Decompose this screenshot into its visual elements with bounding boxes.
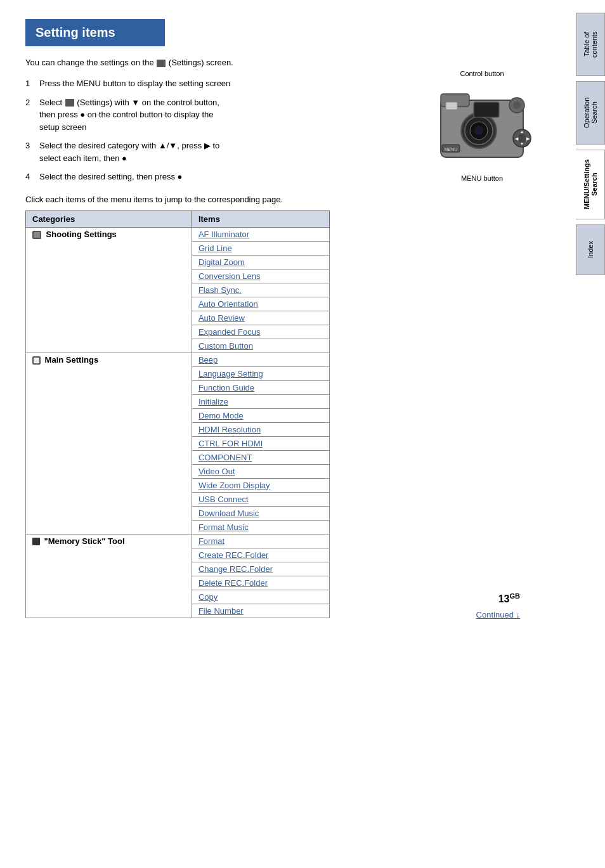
page-suffix: GB	[510, 592, 521, 600]
intro-text: You can change the settings on the (Sett…	[25, 58, 539, 67]
tab-operation-label: OperationSearch	[583, 98, 598, 128]
click-notice: Click each items of the menu items to ju…	[25, 195, 539, 204]
tab-menu-settings-label: MENU/SettingsSearch	[583, 160, 598, 210]
item-format[interactable]: Format	[192, 534, 329, 548]
item-file-number[interactable]: File Number	[192, 604, 329, 618]
category-memory-stick: "Memory Stick" Tool	[26, 534, 192, 618]
step-4-num: 4	[25, 171, 39, 183]
item-component[interactable]: COMPONENT	[192, 450, 329, 464]
table-row: Main Settings Beep	[26, 353, 330, 366]
tab-toc-label: Table ofcontents	[583, 31, 598, 58]
page-title: Setting items	[36, 25, 155, 40]
item-auto-review[interactable]: Auto Review	[192, 311, 329, 325]
item-hdmi-resolution[interactable]: HDMI Resolution	[192, 422, 329, 436]
item-af-illuminator[interactable]: AF Illuminator	[192, 227, 329, 241]
table-row: "Memory Stick" Tool Format	[26, 534, 330, 548]
item-format-music[interactable]: Format Music	[192, 520, 329, 534]
item-initialize[interactable]: Initialize	[192, 394, 329, 408]
item-beep[interactable]: Beep	[192, 353, 329, 366]
svg-rect-6	[446, 102, 457, 110]
step-3-num: 3	[25, 139, 39, 164]
item-video-out[interactable]: Video Out	[192, 464, 329, 478]
menu-button-label: MENU button	[419, 174, 545, 182]
settings-icon-step2	[65, 99, 74, 107]
tab-index-label: Index	[587, 242, 594, 259]
svg-text:MENU: MENU	[445, 147, 458, 152]
col-header-items: Items	[192, 211, 329, 227]
step-1-num: 1	[25, 77, 39, 90]
svg-rect-17	[474, 102, 499, 117]
table-row: Shooting Settings AF Illuminator	[26, 227, 330, 241]
item-language-setting[interactable]: Language Setting	[192, 366, 329, 380]
item-wide-zoom-display[interactable]: Wide Zoom Display	[192, 478, 329, 492]
item-digital-zoom[interactable]: Digital Zoom	[192, 255, 329, 269]
item-create-rec-folder[interactable]: Create REC.Folder	[192, 548, 329, 562]
main-settings-icon	[32, 356, 41, 365]
page-number: 13	[498, 594, 510, 605]
item-flash-sync[interactable]: Flash Sync.	[192, 283, 329, 297]
title-bar: Setting items	[25, 19, 165, 46]
page-number-area: 13GB	[498, 592, 520, 605]
item-change-rec-folder[interactable]: Change REC.Folder	[192, 562, 329, 576]
category-main: Main Settings	[26, 353, 192, 534]
camera-illustration: ▲ ▼ ◀ ▶ MENU	[428, 81, 536, 170]
sidebar-tab-operation-search[interactable]: OperationSearch	[576, 81, 605, 145]
item-conversion-lens[interactable]: Conversion Lens	[192, 269, 329, 283]
item-copy[interactable]: Copy	[192, 590, 329, 604]
svg-point-5	[474, 126, 483, 135]
item-download-music[interactable]: Download Music	[192, 506, 329, 520]
sidebar-tab-table-of-contents[interactable]: Table ofcontents	[576, 13, 605, 76]
item-function-guide[interactable]: Function Guide	[192, 380, 329, 394]
item-usb-connect[interactable]: USB Connect	[192, 492, 329, 506]
item-delete-rec-folder[interactable]: Delete REC.Folder	[192, 576, 329, 590]
camera-area: Control button ▲ ▼ ◀ ▶	[419, 70, 545, 182]
memory-stick-icon	[32, 538, 40, 545]
continued-link[interactable]: Continued ↓	[476, 610, 520, 619]
sidebar-tab-index[interactable]: Index	[576, 224, 605, 275]
sidebar: Table ofcontents OperationSearch MENU/Se…	[569, 0, 605, 868]
item-grid-line[interactable]: Grid Line	[192, 241, 329, 255]
settings-table: Categories Items Shooting Settings AF Il…	[25, 211, 330, 618]
sidebar-tab-menu-settings-search[interactable]: MENU/SettingsSearch	[576, 150, 605, 219]
svg-text:▼: ▼	[520, 141, 524, 146]
item-ctrl-for-hdmi[interactable]: CTRL FOR HDMI	[192, 436, 329, 450]
item-expanded-focus[interactable]: Expanded Focus	[192, 325, 329, 339]
step-2-num: 2	[25, 96, 39, 134]
item-custom-button[interactable]: Custom Button	[192, 339, 329, 353]
shooting-icon	[32, 231, 41, 239]
svg-text:▲: ▲	[520, 129, 524, 134]
item-auto-orientation[interactable]: Auto Orientation	[192, 297, 329, 311]
category-shooting: Shooting Settings	[26, 227, 192, 353]
item-demo-mode[interactable]: Demo Mode	[192, 408, 329, 422]
col-header-categories: Categories	[26, 211, 192, 227]
page-container: Setting items Control button ▲ ▼	[0, 0, 558, 637]
settings-icon-inline	[157, 60, 166, 67]
control-button-label: Control button	[419, 70, 545, 77]
svg-point-8	[513, 101, 521, 109]
